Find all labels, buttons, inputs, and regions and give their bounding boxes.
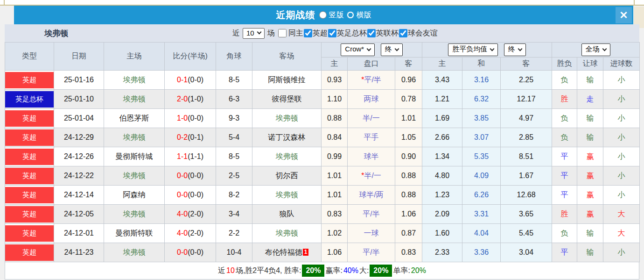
- full-time-score: 0-0: [177, 248, 188, 256]
- close-icon: ✕: [619, 9, 628, 22]
- odds-home-cell: 0.84: [322, 128, 348, 147]
- league-checkbox[interactable]: [304, 29, 312, 37]
- avg-away-value: 12.68: [517, 191, 535, 199]
- league-badge[interactable]: 英超: [5, 206, 54, 223]
- date-cell: 24-12-05: [54, 205, 104, 224]
- result-cell: 负: [552, 71, 577, 90]
- league-badge[interactable]: 英超: [5, 129, 54, 146]
- match-date: 24-12-14: [64, 191, 94, 199]
- close-button[interactable]: ✕: [616, 7, 632, 23]
- away-team-cell: 阿斯顿维拉: [252, 71, 322, 90]
- horizontal-layout-radio[interactable]: [347, 11, 354, 19]
- league-checkbox[interactable]: [399, 29, 407, 37]
- date-cell: 25-01-04: [54, 109, 104, 128]
- avg-home-cell: 1.34: [422, 147, 462, 166]
- odds-home-value: 1.02: [327, 229, 342, 237]
- avg-away-cell: 8.51: [501, 147, 552, 166]
- goals-cell: 小: [603, 186, 640, 205]
- avg-home-value: 2.09: [435, 210, 449, 218]
- handicap-value: 两球: [364, 95, 379, 103]
- odds-time-select[interactable]: 终: [381, 43, 403, 56]
- summary-text: 单率:: [393, 266, 410, 276]
- odds-away-value: 0.90: [401, 152, 416, 160]
- home-team-cell: 伯恩茅斯: [104, 109, 165, 128]
- bookmaker-select[interactable]: Crow*: [341, 43, 375, 56]
- date-cell: 25-01-10: [54, 90, 104, 109]
- league-checkbox-label[interactable]: 英足总杯: [337, 29, 367, 38]
- let-result-value: 输: [587, 133, 594, 141]
- corners-cell: 2-5: [216, 166, 252, 186]
- result-value: 负: [561, 133, 568, 141]
- full-time-score: 0-1: [177, 76, 188, 84]
- league-type-cell: 英超: [5, 128, 54, 147]
- league-badge[interactable]: 英超: [5, 72, 54, 88]
- vertical-layout-label[interactable]: 竖版: [329, 10, 344, 20]
- corners-cell: 3-4: [216, 205, 252, 224]
- horizontal-layout-label[interactable]: 横版: [357, 10, 371, 20]
- goals-value: 小: [618, 191, 625, 199]
- league-badge[interactable]: 英超: [5, 168, 54, 184]
- league-checkbox[interactable]: [328, 29, 336, 37]
- table-row: 英超24-11-23埃弗顿0-0(0-0)10-4布伦特福德11.06平/半0.…: [5, 243, 640, 262]
- home-team-cell: 埃弗顿: [104, 205, 165, 224]
- result-cell: 负: [552, 128, 577, 147]
- subcol-avg-away: 客: [501, 57, 552, 71]
- avg-away-cell: 12.17: [501, 90, 552, 109]
- summary-text: 10: [226, 266, 235, 275]
- odds-away-cell: 1.05: [395, 128, 422, 147]
- league-badge[interactable]: 英超: [5, 225, 54, 242]
- avg-away-value: 12.17: [517, 95, 535, 103]
- same-home-checkbox[interactable]: [278, 29, 287, 37]
- table-row: 英超25-01-04伯恩茅斯1-0(0-0)9-3埃弗顿0.88半/一1.011…: [5, 109, 640, 128]
- goals-cell: 大: [603, 205, 640, 224]
- subcol-result: 胜负: [552, 57, 577, 71]
- vertical-layout-radio[interactable]: [319, 11, 327, 19]
- avg-time-select[interactable]: 终: [504, 43, 526, 56]
- summary-text: 场,胜2平4负4, 胜率:: [236, 266, 301, 276]
- odds-away-cell: 0.78: [395, 90, 422, 109]
- away-team: 埃弗顿: [276, 229, 298, 237]
- league-checkbox[interactable]: [367, 29, 376, 37]
- corners-value: 6-3: [229, 95, 239, 103]
- handicap-cell: 平/半: [348, 205, 395, 224]
- avg-away-value: 4.97: [519, 114, 533, 122]
- handicap-value: 球半/两: [359, 191, 383, 199]
- avg-time-select-value: 终: [508, 45, 515, 54]
- league-checkbox-label[interactable]: 英超: [313, 29, 328, 38]
- league-badge[interactable]: 英超: [5, 187, 54, 203]
- away-team-cell: 切尔西: [252, 166, 322, 186]
- period-select[interactable]: 全场: [581, 43, 610, 56]
- col-header-date: 日期: [54, 43, 104, 71]
- table-row: 英超24-12-14阿森纳0-0(0-0)8-2埃弗顿1.01球半/两0.881…: [5, 186, 640, 205]
- summary-bar: 近10场,胜2平4负4, 胜率:20%赢率:40%大:20%单率:20%: [5, 262, 639, 280]
- away-team-cell: 埃弗顿: [252, 109, 322, 128]
- avg-draw-cell: 3.85: [462, 109, 501, 128]
- away-team-cell: 彼得堡联: [252, 90, 322, 109]
- home-team-cell: 阿森纳: [104, 186, 165, 205]
- near-count-select[interactable]: 10: [243, 28, 265, 39]
- corners-value: 8-5: [229, 152, 239, 160]
- summary-text: 大:: [359, 266, 369, 276]
- league-badge[interactable]: 英超: [5, 149, 54, 165]
- dialog-title: 近期战绩: [276, 9, 315, 22]
- corners-cell: 8-5: [216, 147, 252, 166]
- goals-cell: 小: [603, 243, 640, 262]
- avg-home-value: 1.34: [435, 152, 449, 160]
- league-badge[interactable]: 英超: [5, 110, 54, 127]
- league-badge[interactable]: 英超: [5, 244, 54, 261]
- handicap-cell: 球半/两: [348, 186, 395, 205]
- league-checkbox-label[interactable]: 英联杯: [376, 29, 399, 38]
- let-result-value: 输: [587, 229, 594, 237]
- avg-home-value: 1.69: [435, 114, 449, 122]
- avg-home-value: 2.33: [435, 248, 449, 256]
- let-result-cell: 赢: [577, 186, 603, 205]
- handicap-value: 平/半: [363, 210, 379, 218]
- odds-away-cell: 0.88: [395, 166, 422, 186]
- league-checkbox-label[interactable]: 球会友谊: [408, 29, 438, 38]
- league-badge[interactable]: 英足总杯: [5, 91, 54, 108]
- corners-value: 2-5: [229, 172, 239, 179]
- avg-type-select[interactable]: 胜平负均值: [448, 43, 498, 56]
- home-team: 阿森纳: [123, 191, 146, 199]
- odds-home-value: 1.01: [327, 191, 342, 199]
- table-row: 英超24-12-05埃弗顿4-0(2-0)3-4狼队0.83平/半1.062.0…: [5, 205, 640, 224]
